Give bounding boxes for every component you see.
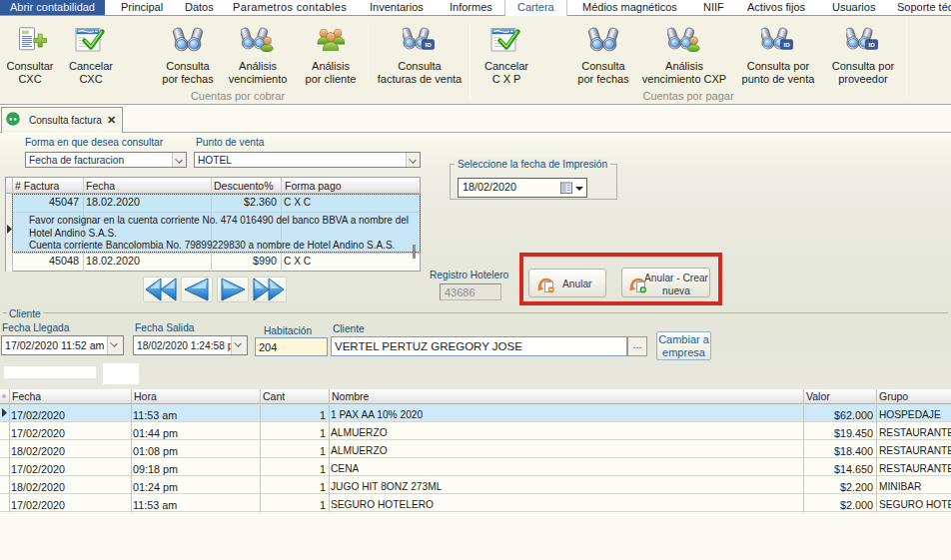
svg-text:ID: ID [783, 41, 790, 48]
svg-text:ID: ID [868, 41, 875, 48]
svg-text:ID: ID [425, 41, 432, 48]
